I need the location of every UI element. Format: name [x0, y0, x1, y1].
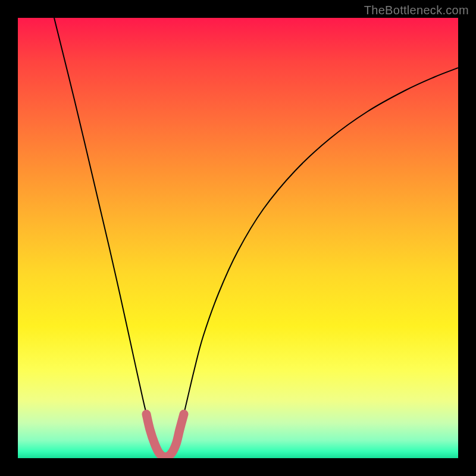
bottleneck-curve — [54, 18, 458, 457]
watermark-label: TheBottleneck.com — [364, 4, 469, 17]
plot-area — [18, 18, 458, 458]
curve-svg — [18, 18, 458, 458]
valley-highlight — [146, 414, 184, 457]
chart-frame: TheBottleneck.com — [0, 0, 476, 476]
